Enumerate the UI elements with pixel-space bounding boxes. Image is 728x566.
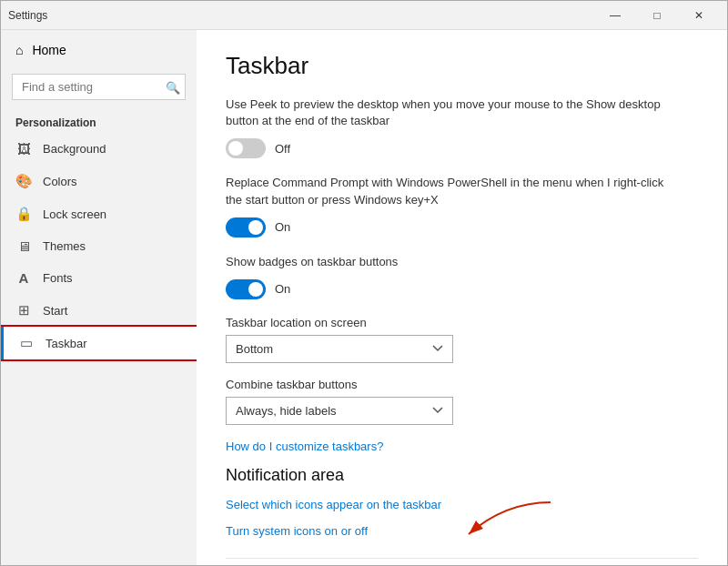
divider-multiple: [226, 558, 698, 559]
sidebar-home-label: Home: [32, 43, 66, 57]
sidebar-section-title: Personalization: [1, 109, 197, 133]
sidebar-item-fonts[interactable]: A Fonts: [1, 262, 197, 294]
badges-desc: Show badges on taskbar buttons: [226, 254, 681, 270]
combine-dropdown[interactable]: Always, hide labels When taskbar is full…: [226, 397, 453, 425]
location-dropdown[interactable]: Bottom Top Left Right: [226, 335, 453, 363]
badges-toggle-label: On: [275, 282, 290, 296]
notification-links: Select which icons appear on the taskbar…: [226, 498, 441, 551]
sidebar-item-colors[interactable]: 🎨 Colors: [1, 165, 197, 197]
maximize-button[interactable]: □: [636, 1, 678, 30]
sidebar-label-themes: Themes: [43, 239, 86, 253]
sidebar-label-fonts: Fonts: [43, 271, 73, 285]
title-bar-controls: — □ ✕: [594, 1, 720, 30]
sidebar-item-taskbar[interactable]: ▭ Taskbar: [1, 327, 197, 359]
sidebar: ⌂ Home 🔍 Personalization 🖼 Background 🎨 …: [1, 30, 197, 565]
content-area: ⌂ Home 🔍 Personalization 🖼 Background 🎨 …: [1, 30, 727, 565]
sidebar-item-home[interactable]: ⌂ Home: [1, 30, 197, 70]
background-icon: 🖼: [15, 141, 32, 157]
peek-toggle-label: Off: [275, 142, 290, 156]
settings-window: Settings — □ ✕ ⌂ Home 🔍 Personalization …: [0, 0, 728, 566]
sidebar-label-background: Background: [43, 142, 106, 156]
peek-toggle[interactable]: [226, 138, 266, 158]
sidebar-label-colors: Colors: [43, 175, 77, 188]
sidebar-item-themes[interactable]: 🖥 Themes: [1, 230, 197, 262]
colors-icon: 🎨: [15, 173, 32, 189]
themes-icon: 🖥: [15, 238, 32, 254]
page-title: Taskbar: [226, 52, 698, 80]
sidebar-label-taskbar: Taskbar: [46, 337, 87, 350]
notif-link-icons[interactable]: Select which icons appear on the taskbar: [226, 498, 441, 511]
start-icon: ⊞: [15, 302, 32, 318]
sidebar-label-lock-screen: Lock screen: [43, 207, 106, 221]
search-box: 🔍: [12, 74, 186, 100]
sidebar-item-start[interactable]: ⊞ Start: [1, 294, 197, 327]
arrow-annotation: [450, 493, 560, 548]
sidebar-label-start: Start: [43, 304, 67, 318]
peek-toggle-row: Off: [226, 138, 698, 158]
notif-link-system-icons[interactable]: Turn system icons on or off: [226, 524, 441, 538]
title-bar: Settings — □ ✕: [1, 1, 727, 30]
location-label: Taskbar location on screen: [226, 316, 698, 329]
combine-dropdown-wrap: Combine taskbar buttons Always, hide lab…: [226, 378, 698, 425]
customize-link[interactable]: How do I customize taskbars?: [226, 440, 698, 453]
taskbar-icon: ▭: [18, 335, 35, 351]
home-icon: ⌂: [15, 43, 23, 57]
notification-heading: Notification area: [226, 466, 698, 485]
search-icon: 🔍: [166, 80, 180, 94]
powershell-toggle-row: On: [226, 217, 698, 238]
search-input[interactable]: [12, 74, 186, 100]
powershell-desc: Replace Command Prompt with Windows Powe…: [226, 175, 681, 207]
main-content: Taskbar Use Peek to preview the desktop …: [197, 30, 727, 565]
close-button[interactable]: ✕: [678, 1, 720, 30]
combine-label: Combine taskbar buttons: [226, 378, 698, 391]
peek-desc: Use Peek to preview the desktop when you…: [226, 96, 681, 129]
sidebar-item-background[interactable]: 🖼 Background: [1, 133, 197, 165]
lock-icon: 🔒: [15, 206, 32, 222]
powershell-toggle[interactable]: [226, 217, 266, 238]
sidebar-item-lock-screen[interactable]: 🔒 Lock screen: [1, 197, 197, 230]
badges-toggle-row: On: [226, 279, 698, 299]
powershell-toggle-label: On: [275, 220, 290, 234]
minimize-button[interactable]: —: [594, 1, 636, 30]
location-dropdown-wrap: Taskbar location on screen Bottom Top Le…: [226, 316, 698, 363]
badges-toggle[interactable]: [226, 279, 266, 299]
title-bar-text: Settings: [8, 9, 594, 22]
fonts-icon: A: [15, 270, 32, 286]
